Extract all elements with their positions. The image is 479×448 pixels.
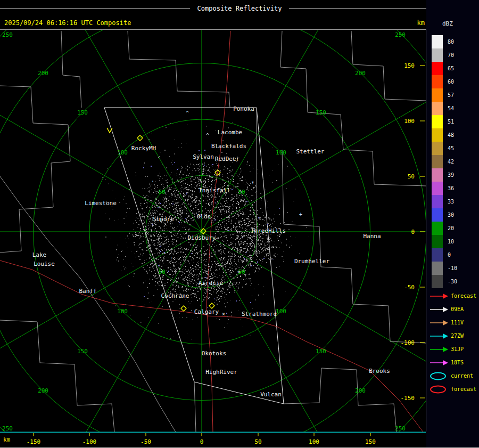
dbz-scale-row: 54: [432, 102, 457, 115]
dbz-scale-row: 45: [432, 142, 457, 155]
bottom-axis-tick-label: 100: [309, 438, 319, 445]
dbz-value-label: 39: [448, 172, 454, 178]
svg-text:50: 50: [238, 189, 245, 196]
legend-label: current: [451, 373, 473, 379]
dbz-scale-row: 0: [432, 248, 457, 262]
legend-label: forecast: [451, 293, 476, 299]
town-label: Sundre: [153, 216, 174, 223]
dbz-color-swatch: [432, 208, 443, 222]
dbz-color-swatch: [432, 275, 443, 288]
dbz-value-label: 30: [448, 212, 454, 218]
bottom-axis-tick-label: 150: [365, 438, 376, 445]
town-label: ThreeHills: [251, 227, 286, 234]
map-area[interactable]: 5010015020025050100150200250501001502002…: [0, 29, 426, 431]
legend-row: forecast: [429, 382, 476, 396]
svg-text:·: ·: [151, 178, 154, 184]
legend-row: 111V: [429, 316, 476, 329]
svg-text:150: 150: [404, 62, 415, 69]
dbz-value-label: 60: [448, 79, 454, 85]
town-label: Strathmore: [242, 311, 277, 317]
legend-label: 31JP: [451, 346, 464, 352]
window-title: Composite_Reflectivity: [197, 5, 282, 12]
svg-text:·: ·: [170, 255, 174, 261]
dbz-color-swatch: [432, 102, 443, 115]
legend-row: 18TS: [429, 356, 476, 369]
dbz-scale-row: 57: [432, 88, 457, 102]
dbz-color-swatch: [432, 88, 443, 102]
svg-text:*: *: [251, 181, 254, 186]
dbz-value-label: 45: [448, 145, 454, 151]
dbz-scale-row: -30: [432, 275, 457, 288]
bottom-axis-tick-label: -150: [27, 438, 41, 445]
svg-text:150: 150: [316, 109, 326, 116]
dbz-scale-row: 10: [432, 235, 457, 248]
svg-text:150: 150: [316, 348, 326, 355]
legend-label: 27ZW: [451, 333, 464, 339]
svg-text:50: 50: [408, 173, 415, 180]
title-rule-left: [0, 9, 190, 9]
dbz-value-label: 42: [448, 159, 454, 165]
dbz-scale-row: 48: [432, 128, 457, 142]
dbz-scale: 807065605754514845423936333020100-10-30: [432, 35, 457, 288]
dbz-value-label: 10: [448, 239, 454, 245]
legend-row: 09EA: [429, 303, 476, 316]
town-label: Calgary: [194, 308, 219, 315]
town-label: Okotoks: [202, 350, 226, 357]
town-label: Drumheller: [294, 258, 330, 265]
dbz-color-swatch: [432, 75, 443, 88]
map-canvas[interactable]: 5010015020025050100150200250501001502002…: [0, 30, 426, 432]
legend-label: 09EA: [451, 306, 464, 312]
dbz-value-label: 80: [448, 39, 454, 45]
dbz-value-label: 70: [448, 52, 454, 58]
svg-text:200: 200: [355, 70, 366, 77]
track-arrow-icon: [429, 305, 449, 314]
track-arrow-icon: [429, 331, 449, 341]
dbz-color-swatch: [432, 182, 443, 195]
svg-text:250: 250: [395, 31, 406, 38]
town-label: HighRiver: [205, 369, 237, 376]
dbz-scale-row: 33: [432, 195, 457, 208]
svg-text:50: 50: [158, 268, 165, 275]
dbz-color-swatch: [432, 168, 443, 182]
sidebar: dBZ 807065605754514845423936333020100-10…: [426, 0, 479, 448]
track-arrow-icon: [429, 291, 449, 301]
legend-label: 111V: [451, 320, 464, 325]
dbz-color-swatch: [432, 48, 443, 62]
dbz-scale-row: -10: [432, 262, 457, 275]
dbz-scale-row: 42: [432, 155, 457, 168]
site-diamond-icon: [181, 306, 186, 311]
svg-text:100: 100: [276, 308, 286, 315]
town-label: Ponoka: [233, 105, 254, 112]
svg-text:100: 100: [117, 308, 128, 315]
dbz-value-label: 20: [448, 225, 454, 231]
town-label: Brooks: [369, 368, 390, 374]
bottom-axis-tick-label: -100: [82, 438, 97, 445]
dbz-scale-row: 65: [432, 62, 457, 75]
svg-text:100: 100: [117, 149, 128, 156]
bottom-axis-tick-label: 0: [200, 438, 204, 445]
svg-text:^: ^: [206, 133, 209, 139]
svg-text:·: ·: [138, 230, 141, 236]
town-label: Airdrie: [199, 280, 223, 287]
unit-label-bottom-left: km: [3, 436, 11, 443]
header-row: 2025/09/24 06:16:16 UTC Composite km: [0, 19, 479, 28]
legend-label: forecast: [451, 386, 476, 392]
legend-row: 31JP: [429, 343, 476, 356]
bottom-axis: km-150-100-50050100150: [0, 431, 479, 448]
town-label: Blackfalds: [211, 143, 246, 150]
svg-text:100: 100: [276, 149, 286, 156]
track-legend: forecast09EA111V27ZW31JP18TScurrentforec…: [429, 289, 476, 396]
svg-text:200: 200: [355, 387, 366, 394]
bottom-axis-tick-label: 50: [254, 438, 261, 445]
svg-text:150: 150: [77, 109, 88, 116]
dbz-scale-row: 39: [432, 168, 457, 182]
town-label: Limestone: [85, 200, 117, 207]
town-label: Vulcan: [260, 391, 282, 398]
legend-row: 27ZW: [429, 329, 476, 343]
dbz-color-swatch: [432, 142, 443, 155]
scale-title: dBZ: [442, 20, 453, 27]
town-label: Olds: [197, 213, 211, 220]
svg-text:50: 50: [158, 189, 165, 196]
storm-ellipse-icon: [429, 371, 449, 381]
svg-text:-150: -150: [401, 395, 415, 402]
